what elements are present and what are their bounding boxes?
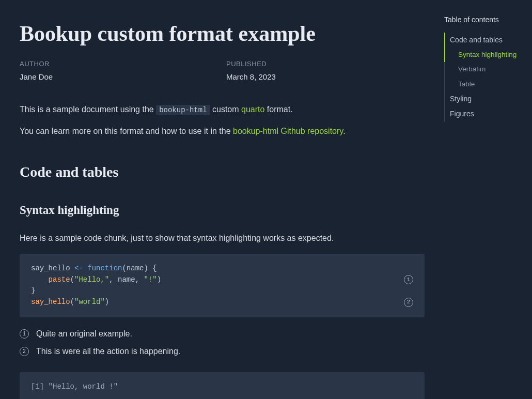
main-content: Bookup custom format example AUTHOR Jane… [0,0,444,399]
syntax-intro-text: Here is a sample code chunk, just to sho… [20,232,425,244]
annotation-item-2: 2 This is were all the action is happeni… [20,345,425,358]
code-block-r: say_hello <- function(name) { paste("Hel… [20,254,425,317]
intro-text: . [343,127,345,135]
toc-sublist: Syntax highlighting Verbatim Table [445,48,524,91]
meta-row: AUTHOR Jane Doe PUBLISHED March 8, 2023 [20,59,425,83]
subsection-syntax-highlighting: Syntax highlighting [20,202,425,220]
toc-subitem-table[interactable]: Table [445,77,524,91]
code-output-block: [1] "Hello, world !" [20,372,425,399]
intro-text: You can learn more on this format and ho… [20,127,233,135]
intro-paragraph-2: You can learn more on this format and ho… [20,125,425,137]
output-text: [1] "Hello, world !" [31,382,118,391]
published-value: March 8, 2023 [226,71,330,83]
github-repo-link[interactable]: bookup-html Github repository [233,127,343,135]
code-annotation-badge-1[interactable]: 1 [404,275,413,284]
inline-code-bookup: bookup-html [156,105,210,115]
annotation-list: 1 Quite an original example. 2 This is w… [20,328,425,358]
meta-published: PUBLISHED March 8, 2023 [226,59,330,83]
toc-sidebar: Table of contents Code and tables Syntax… [444,0,532,399]
intro-text: format. [264,105,292,114]
section-code-and-tables: Code and tables [20,161,425,183]
intro-text: custom [210,105,241,114]
annotation-text-1: Quite an original example. [36,328,132,340]
page-title: Bookup custom format example [20,21,425,47]
annotation-number-icon: 1 [20,329,29,339]
annotation-text-2: This is were all the action is happening… [36,345,180,358]
code-line-3: } [31,285,35,297]
published-label: PUBLISHED [226,59,330,69]
annotation-item-1: 1 Quite an original example. [20,328,425,340]
toc-title: Table of contents [444,14,524,25]
meta-author: AUTHOR Jane Doe [20,59,123,83]
intro-text: This is a sample document using the [20,105,156,114]
toc-list: Code and tables Syntax highlighting Verb… [444,33,524,121]
quarto-link[interactable]: quarto [241,105,264,114]
annotation-number-icon: 2 [20,347,29,356]
code-line-1: say_hello <- function(name) { [31,263,157,274]
code-annotation-badge-2[interactable]: 2 [404,298,413,307]
author-label: AUTHOR [20,59,123,69]
code-line-2: paste("Hello,", name, "!") [31,274,161,286]
code-line-5: say_hello("world") [31,297,109,308]
toc-item-styling[interactable]: Styling [445,91,524,106]
author-value: Jane Doe [20,71,123,83]
toc-item-figures[interactable]: Figures [445,106,524,121]
toc-subitem-verbatim[interactable]: Verbatim [445,62,524,76]
toc-subitem-syntax-highlighting[interactable]: Syntax highlighting [444,48,524,62]
toc-item-code-and-tables[interactable]: Code and tables [444,33,524,48]
intro-paragraph-1: This is a sample document using the book… [20,103,425,116]
